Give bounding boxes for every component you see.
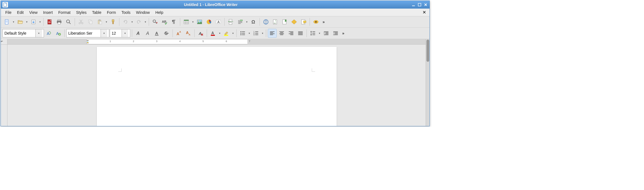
insert-textbox-button[interactable]: A	[214, 17, 223, 26]
formatting-overflow-button[interactable]: »	[341, 31, 346, 35]
numbered-list-dropdown[interactable]: ▼	[261, 29, 264, 38]
menu-file[interactable]: File	[2, 9, 14, 16]
insert-chart-button[interactable]	[205, 17, 213, 26]
font-size-combo[interactable]: 12 ▼	[110, 29, 130, 37]
font-size-dropdown[interactable]: ▼	[122, 29, 128, 37]
clone-formatting-button[interactable]	[109, 17, 117, 26]
paragraph-style-dropdown[interactable]: ▼	[35, 29, 42, 37]
insert-cross-reference-button[interactable]	[290, 17, 299, 26]
scrollbar-thumb[interactable]	[426, 40, 429, 62]
insert-image-button[interactable]	[195, 17, 204, 26]
highlight-color-dropdown[interactable]: ▼	[231, 29, 235, 38]
insert-footnote-button[interactable]: 1	[271, 17, 280, 26]
menu-format[interactable]: Format	[56, 9, 73, 16]
svg-rect-9	[48, 22, 51, 22]
document-page[interactable]	[97, 47, 337, 126]
svg-rect-48	[274, 23, 276, 23]
menu-help[interactable]: Help	[153, 9, 166, 16]
svg-rect-73	[242, 32, 245, 32]
indent-marker-icon[interactable]: ⌛	[86, 40, 89, 43]
subscript-button[interactable]: AA	[184, 29, 193, 38]
spellcheck-button[interactable]: AB	[160, 17, 169, 26]
menu-view[interactable]: View	[27, 9, 40, 16]
menu-form[interactable]: Form	[104, 9, 119, 16]
bullet-list-dropdown[interactable]: ▼	[248, 29, 251, 38]
export-pdf-button[interactable]	[45, 17, 54, 26]
redo-button[interactable]	[134, 17, 143, 26]
align-left-button[interactable]	[268, 29, 277, 38]
svg-rect-103	[324, 32, 329, 32]
close-button[interactable]	[423, 2, 428, 7]
new-style-button[interactable]: A	[54, 29, 63, 38]
italic-button[interactable]: A	[143, 29, 152, 38]
print-preview-button[interactable]	[64, 17, 73, 26]
insert-special-char-button[interactable]: Ω	[249, 17, 258, 26]
font-name-dropdown[interactable]: ▼	[101, 29, 107, 37]
menu-insert[interactable]: Insert	[40, 9, 56, 16]
minimize-button[interactable]	[411, 2, 416, 7]
copy-button[interactable]	[86, 17, 95, 26]
open-dropdown[interactable]: ▼	[25, 17, 28, 26]
align-right-button[interactable]	[287, 29, 295, 38]
underline-button[interactable]: A	[153, 29, 161, 38]
find-replace-button[interactable]	[151, 17, 159, 26]
insert-table-button[interactable]	[182, 17, 191, 26]
undo-button[interactable]	[121, 17, 130, 26]
save-dropdown[interactable]: ▼	[38, 17, 42, 26]
line-spacing-dropdown[interactable]: ▼	[318, 29, 321, 38]
vertical-ruler[interactable]	[1, 45, 7, 126]
redo-dropdown[interactable]: ▼	[144, 17, 147, 26]
new-document-dropdown[interactable]: ▼	[12, 17, 15, 26]
toolbar-overflow-button[interactable]: »	[321, 20, 326, 24]
undo-dropdown[interactable]: ▼	[130, 17, 134, 26]
new-document-button[interactable]	[2, 17, 11, 26]
open-button[interactable]	[16, 17, 25, 26]
highlight-color-button[interactable]	[222, 29, 231, 38]
align-justify-button[interactable]	[296, 29, 305, 38]
svg-rect-91	[280, 35, 283, 35]
font-color-dropdown[interactable]: ▼	[218, 29, 221, 38]
bold-button[interactable]: A	[134, 29, 143, 38]
svg-rect-13	[58, 22, 60, 24]
bullet-list-button[interactable]	[238, 29, 247, 38]
cut-button[interactable]	[77, 17, 85, 26]
font-color-button[interactable]: A	[209, 29, 218, 38]
paste-button[interactable]	[95, 17, 104, 26]
formatting-marks-button[interactable]	[169, 17, 178, 26]
print-button[interactable]	[55, 17, 64, 26]
menu-window[interactable]: Window	[133, 9, 153, 16]
vertical-scrollbar[interactable]	[426, 39, 430, 126]
menu-edit[interactable]: Edit	[14, 9, 27, 16]
numbered-list-button[interactable]: 123	[252, 29, 260, 38]
save-button[interactable]	[29, 17, 38, 26]
app-icon	[2, 2, 8, 7]
svg-rect-94	[289, 34, 294, 34]
line-spacing-button[interactable]	[308, 29, 317, 38]
update-style-button[interactable]: A	[44, 29, 53, 38]
insert-field-button[interactable]	[236, 17, 245, 26]
menu-styles[interactable]: Styles	[73, 9, 89, 16]
menu-tools[interactable]: Tools	[119, 9, 133, 16]
insert-table-dropdown[interactable]: ▼	[191, 17, 195, 26]
decrease-indent-button[interactable]	[331, 29, 340, 38]
menu-table[interactable]: Table	[89, 9, 104, 16]
increase-indent-button[interactable]	[322, 29, 331, 38]
insert-hyperlink-button[interactable]	[261, 17, 270, 26]
strikethrough-button[interactable]: S	[162, 29, 171, 38]
maximize-button[interactable]	[417, 2, 422, 7]
horizontal-ruler[interactable]: 1 2 3 4 5 6 7 ⌛	[7, 39, 426, 45]
ruler-tick-3: 3	[156, 40, 157, 43]
paste-dropdown[interactable]: ▼	[105, 17, 108, 26]
insert-bookmark-button[interactable]	[280, 17, 289, 26]
insert-page-break-button[interactable]	[226, 17, 235, 26]
insert-comment-button[interactable]	[299, 17, 308, 26]
close-document-button[interactable]: ✕	[421, 9, 428, 16]
align-center-button[interactable]	[277, 29, 286, 38]
insert-field-dropdown[interactable]: ▼	[245, 17, 248, 26]
font-name-combo[interactable]: Liberation Ser ▼	[66, 29, 109, 37]
clear-formatting-button[interactable]: A	[196, 29, 205, 38]
superscript-button[interactable]: AA	[174, 29, 183, 38]
paragraph-style-combo[interactable]: Default Style ▼	[2, 29, 44, 37]
track-changes-button[interactable]	[311, 17, 320, 26]
font-size-value: 12	[112, 31, 121, 35]
